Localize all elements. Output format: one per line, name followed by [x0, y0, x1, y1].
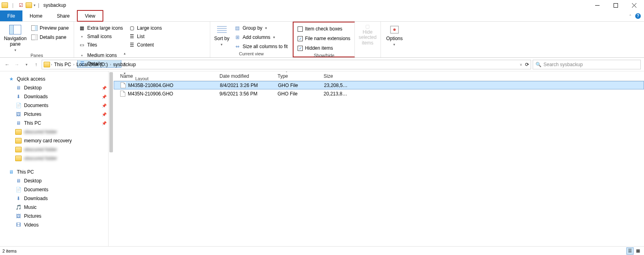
tree-item[interactable]: ⬇Downloads	[0, 194, 114, 203]
table-row[interactable]: M435B-210804.GHO 8/4/2021 3:26 PM GHO Fi…	[114, 81, 644, 89]
layout-small-icons[interactable]: ▫Small icons	[77, 32, 125, 40]
status-item-count: 2 items	[2, 249, 16, 253]
chevron-right-icon[interactable]: ›	[73, 63, 74, 67]
file-list[interactable]: M435B-210804.GHO 8/4/2021 3:26 PM GHO Fi…	[114, 81, 644, 98]
file-list-area: ˆ Name Date modified Type Size M435B-210…	[114, 71, 644, 246]
folder-icon	[26, 2, 32, 8]
item-icon: 🖼	[15, 213, 22, 219]
layout-medium-icons[interactable]: ▫Medium icons	[77, 51, 121, 59]
tree-item[interactable]: 🖥This PC📌	[0, 119, 114, 128]
show-hide-group-label: Show/hide	[296, 52, 352, 59]
column-date-header[interactable]: Date modified	[216, 73, 274, 79]
pin-icon: 📌	[102, 103, 107, 108]
window-title: sysbackup	[43, 2, 66, 8]
qat-dropdown-icon[interactable]: ▾	[34, 3, 36, 7]
sort-by-button[interactable]: Sort by ▾	[213, 24, 230, 47]
item-check-boxes-toggle[interactable]: Item check boxes	[296, 25, 352, 33]
tab-home[interactable]: Home	[22, 10, 50, 21]
minimize-button[interactable]	[588, 0, 606, 10]
navigation-pane-label: Navigation pane	[3, 36, 27, 47]
view-details-icon[interactable]: ☰	[626, 247, 634, 255]
chevron-right-icon[interactable]: ›	[51, 63, 52, 67]
layout-tiles[interactable]: ▭Tiles	[77, 41, 125, 49]
folder-icon	[15, 129, 22, 135]
tab-share[interactable]: Share	[50, 10, 77, 21]
breadcrumb-sysbackup[interactable]: sysbackup	[112, 62, 137, 67]
breadcrumb-this-pc[interactable]: This PC	[53, 62, 72, 67]
layout-content[interactable]: ☰Content	[127, 41, 163, 49]
svg-point-9	[393, 28, 396, 31]
tree-item[interactable]: obscured folder	[0, 154, 114, 163]
layout-large-icons[interactable]: ▢Large icons	[127, 24, 163, 32]
status-bar: 2 items ☰ ▦	[0, 246, 644, 255]
panes-group-label: Panes	[3, 52, 70, 59]
chevron-right-icon[interactable]: ›	[110, 63, 111, 67]
folder-icon	[44, 61, 50, 68]
maximize-button[interactable]	[606, 0, 625, 10]
breadcrumb-local-disk[interactable]: Local Disk (D:)	[75, 62, 109, 67]
item-icon: 🎵	[15, 204, 22, 210]
ribbon-group-hide-selected: ▢ Hide selected items	[355, 22, 381, 57]
column-type-header[interactable]: Type	[274, 73, 320, 79]
tree-item[interactable]: 📄Documents📌	[0, 101, 114, 110]
navigation-pane-button[interactable]: Navigation pane ▾	[3, 24, 27, 52]
tree-item[interactable]: 🖼Pictures	[0, 212, 114, 221]
ribbon-collapse-icon[interactable]: ⌃	[629, 14, 632, 18]
recent-locations-button[interactable]: ▾	[22, 61, 30, 69]
column-size-header[interactable]: Size	[320, 73, 352, 79]
folder-icon	[2, 2, 8, 8]
size-all-columns-button[interactable]: ⇔Size all columns to fit	[233, 42, 290, 51]
search-placeholder: Search sysbackup	[543, 62, 583, 67]
table-row[interactable]: M435N-210906.GHO 9/6/2021 3:56 PM GHO Fi…	[114, 89, 644, 98]
tree-item[interactable]: 🎵Music	[0, 203, 114, 212]
preview-pane-button[interactable]: Preview pane	[30, 24, 70, 32]
computer-icon: 🖥	[8, 169, 14, 175]
tree-item[interactable]: 📄Documents	[0, 185, 114, 194]
refresh-icon[interactable]: ⟳	[525, 62, 529, 67]
column-name-header[interactable]: Name	[117, 73, 216, 79]
qat-properties-icon[interactable]: ☑	[18, 2, 24, 8]
tree-item[interactable]: 🎞Videos	[0, 221, 114, 229]
search-input[interactable]: 🔍 Search sysbackup	[533, 60, 641, 69]
pin-icon: 📌	[102, 121, 107, 125]
tree-quick-access[interactable]: ★ Quick access	[0, 75, 114, 83]
details-pane-button[interactable]: Details pane	[30, 33, 70, 41]
ribbon-tabs: File Home Share View ⌃ ?	[0, 10, 644, 22]
options-button[interactable]: Options ▾	[384, 24, 405, 47]
up-button[interactable]: ↑	[32, 61, 40, 69]
address-dropdown-icon[interactable]: v	[520, 63, 522, 67]
tab-view[interactable]: View	[77, 10, 103, 22]
sidebar-scrollbar[interactable]	[108, 71, 114, 246]
help-icon[interactable]: ?	[635, 13, 641, 19]
svg-rect-1	[614, 3, 618, 7]
item-icon: 🖼	[15, 111, 22, 117]
tree-item[interactable]: ⬇Downloads📌	[0, 92, 114, 101]
layout-scroll-up-icon[interactable]: ▴	[124, 51, 126, 55]
add-columns-button[interactable]: ⊞Add columns▾	[233, 33, 290, 41]
layout-extra-large-icons[interactable]: ▦Extra large icons	[77, 24, 125, 32]
navigation-tree[interactable]: ★ Quick access 🖥Desktop📌⬇Downloads📌📄Docu…	[0, 71, 114, 246]
close-button[interactable]	[625, 0, 643, 10]
tree-item[interactable]: memory card recovery	[0, 136, 114, 145]
svg-rect-0	[595, 5, 600, 6]
tree-item[interactable]: obscured folder	[0, 145, 114, 154]
back-button[interactable]: ←	[3, 61, 11, 69]
tree-item[interactable]: 🖥Desktop📌	[0, 83, 114, 92]
folder-icon	[15, 146, 22, 153]
address-bar[interactable]: › This PC › Local Disk (D:) › sysbackup …	[42, 60, 531, 69]
ribbon-group-current-view: Sort by ▾ ▤Group by▾ ⊞Add columns▾ ⇔Size…	[210, 22, 293, 57]
tree-this-pc[interactable]: 🖥 This PC	[0, 168, 114, 176]
layout-list[interactable]: ☰List	[127, 32, 163, 40]
folder-icon	[15, 138, 22, 144]
file-name-extensions-toggle[interactable]: ✓File name extensions	[296, 34, 352, 42]
tree-item[interactable]: 🖼Pictures📌	[0, 110, 114, 119]
tree-item[interactable]: obscured folder	[0, 128, 114, 136]
view-large-icons-icon[interactable]: ▦	[634, 247, 642, 255]
svg-rect-5	[35, 26, 38, 31]
item-icon: 📄	[15, 186, 22, 193]
titlebar-separator: |	[38, 2, 39, 8]
hidden-items-toggle[interactable]: ✓Hidden items	[296, 44, 352, 52]
group-by-button[interactable]: ▤Group by▾	[233, 24, 290, 32]
tree-item[interactable]: 🖥Desktop	[0, 176, 114, 185]
tab-file[interactable]: File	[0, 10, 22, 21]
